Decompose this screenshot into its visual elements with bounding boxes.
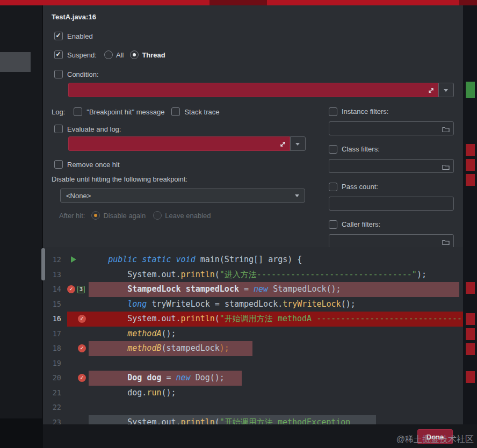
log-stacktrace-label: Stack trace (184, 108, 219, 116)
editor-error-stripe[interactable] (463, 5, 477, 424)
code-editor: 12 public static void main(String[] args… (43, 247, 463, 424)
line-number[interactable]: 12 (43, 252, 61, 268)
red-stripe-mark[interactable] (466, 343, 475, 355)
line-number[interactable]: 13 (43, 268, 61, 283)
log-label: Log: (52, 108, 65, 116)
code-text[interactable]: Dog dog = new Dog(); (89, 371, 225, 386)
code-text[interactable]: long tryWriteLock = stampedLock.tryWrite… (89, 297, 356, 312)
expand-editor-icon[interactable] (279, 140, 286, 147)
code-line-17: 17 methodA(); (43, 327, 463, 342)
line-number[interactable]: 20 (43, 371, 61, 386)
condition-checkbox[interactable] (54, 70, 63, 78)
disable-until-value: <None> (66, 192, 91, 200)
log-stacktrace-checkbox[interactable] (171, 107, 180, 116)
filter-input[interactable] (329, 234, 454, 248)
condition-row: Condition: (54, 69, 99, 79)
code-line-21: 21 dog.run(); (43, 386, 463, 401)
code-text[interactable]: methodA(); (89, 327, 176, 342)
expand-editor-icon[interactable] (428, 86, 435, 93)
code-text[interactable]: public static void main(String[] args) { (89, 252, 302, 268)
code-line-22: 22 (43, 400, 463, 415)
line-number[interactable]: 18 (43, 341, 61, 356)
breakpoint-icon[interactable]: ✓ (78, 344, 86, 352)
filter-checkbox[interactable] (329, 183, 337, 191)
code-text[interactable]: System.out.println("开始调用方法 methodExcepti… (89, 415, 350, 425)
red-stripe-mark[interactable] (466, 159, 475, 171)
breakpoint-icon[interactable]: ✓ (78, 374, 86, 382)
after-hit-leave-radio[interactable] (153, 211, 162, 220)
code-line-23: 23 System.out.println("开始调用方法 methodExce… (43, 415, 463, 425)
breakpoint-icon[interactable]: ✓ (67, 285, 75, 293)
code-text[interactable]: dog.run(); (89, 386, 176, 401)
left-tool-window-bar (0, 5, 43, 448)
filter-group: Caller filters: (329, 220, 454, 248)
code-line-16: 16✓ System.out.println("开始调用方法 methodA -… (43, 312, 463, 327)
enabled-row: Enabled (54, 31, 93, 41)
watermark-text: @稀土掘金技术社区 (396, 434, 474, 445)
filter-checkbox[interactable] (329, 107, 337, 116)
evaluate-history-dropdown[interactable] (290, 136, 306, 151)
log-message-label: "Breakpoint hit" message (86, 108, 164, 116)
breakpoint-icon[interactable]: ✓ (78, 315, 86, 323)
line-number[interactable]: 19 (43, 356, 61, 371)
red-stripe-mark[interactable] (466, 174, 475, 186)
line-number[interactable]: 15 (43, 297, 61, 312)
red-stripe-mark[interactable] (466, 371, 475, 383)
evaluate-input[interactable] (68, 136, 290, 151)
remove-once-checkbox[interactable] (54, 160, 63, 169)
code-text[interactable]: System.out.println("进入方法----------------… (89, 268, 427, 283)
breakpoint-settings-panel: TestA.java:16 Enabled Suspend: All Threa… (43, 5, 463, 247)
code-text[interactable]: methodB(stampedLock); (89, 341, 229, 356)
code-line-14: 14✓3 StampedLock stampedLock = new Stamp… (43, 282, 463, 297)
line-number[interactable]: 16 (43, 312, 61, 327)
code-line-18: 18✓ methodB(stampedLock); (43, 341, 463, 356)
filter-input[interactable] (329, 197, 454, 211)
title-bar-dark-segment (209, 0, 267, 5)
filter-input[interactable] (329, 159, 454, 173)
suspend-thread-radio[interactable] (130, 50, 139, 59)
evaluate-checkbox[interactable] (54, 125, 63, 133)
folder-icon[interactable] (442, 238, 450, 244)
red-stripe-mark[interactable] (466, 282, 475, 294)
line-number[interactable]: 17 (43, 327, 61, 342)
after-hit-disable-radio[interactable] (91, 211, 100, 220)
line-number[interactable]: 21 (43, 386, 61, 401)
log-message-checkbox[interactable] (74, 107, 82, 116)
line-number[interactable]: 23 (43, 415, 61, 425)
filter-checkbox[interactable] (329, 220, 337, 229)
code-text[interactable]: StampedLock stampedLock = new StampedLoc… (89, 282, 341, 297)
green-stripe-mark[interactable] (466, 82, 475, 98)
red-stripe-mark[interactable] (466, 328, 475, 340)
line-number[interactable]: 14 (43, 282, 61, 297)
filter-checkbox-row: Instance filters: (329, 107, 454, 116)
enabled-checkbox[interactable] (54, 32, 63, 40)
log-row: Log: "Breakpoint hit" message Stack trac… (52, 107, 219, 117)
suspend-all-radio[interactable] (104, 50, 113, 59)
condition-history-dropdown[interactable] (438, 83, 454, 97)
dialog-title: TestA.java:16 (52, 13, 96, 21)
evaluate-label: Evaluate and log: (67, 125, 121, 133)
code-text[interactable]: System.out.println("开始调用方法 methodA -----… (89, 312, 463, 327)
suspend-checkbox[interactable] (54, 50, 63, 59)
filter-checkbox-row: Class filters: (329, 144, 454, 154)
code-line-12: 12 public static void main(String[] args… (43, 252, 463, 268)
breakpoint-count-badge: 3 (77, 286, 85, 293)
red-stripe-mark[interactable] (466, 144, 475, 156)
filter-group: Instance filters: (329, 107, 454, 135)
disable-until-dropdown[interactable]: <None> (60, 189, 305, 203)
disable-until-label: Disable until hitting the following brea… (52, 175, 187, 183)
red-stripe-mark[interactable] (466, 313, 475, 325)
code-line-15: 15 long tryWriteLock = stampedLock.tryWr… (43, 297, 463, 312)
after-hit-row: After hit: Disable again Leave enabled (59, 211, 211, 220)
filter-group: Class filters: (329, 144, 454, 173)
evaluate-row: Evaluate and log: (54, 124, 121, 134)
run-arrow-icon[interactable] (71, 256, 76, 263)
tool-window-button[interactable] (0, 52, 31, 72)
filter-input[interactable] (329, 121, 454, 135)
folder-icon[interactable] (442, 125, 450, 132)
condition-input[interactable] (68, 83, 438, 97)
line-number[interactable]: 22 (43, 400, 61, 415)
filters-column: Instance filters:Class filters:Pass coun… (329, 107, 454, 257)
folder-icon[interactable] (442, 163, 450, 169)
filter-checkbox[interactable] (329, 145, 337, 154)
